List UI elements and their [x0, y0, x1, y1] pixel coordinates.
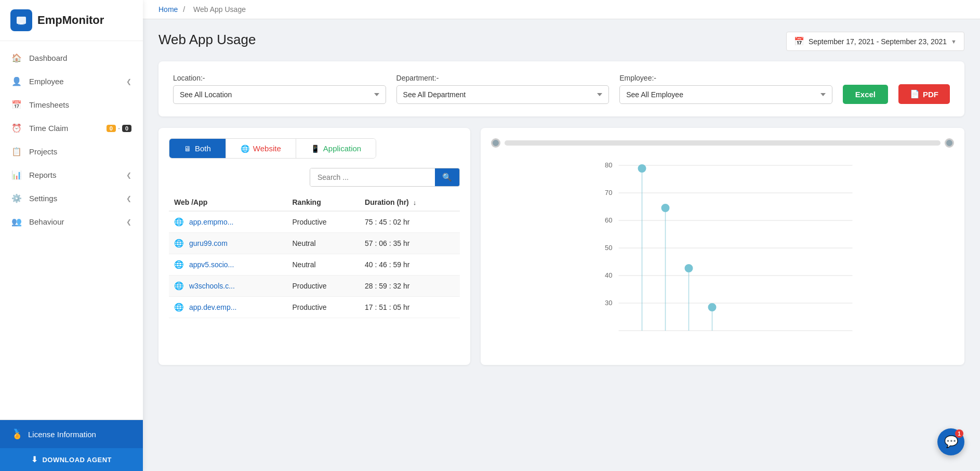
filter-row: Location:- See All Location Department:-…	[173, 74, 950, 104]
search-button[interactable]: 🔍	[435, 168, 459, 186]
pdf-button[interactable]: 📄 PDF	[898, 84, 950, 104]
slider-handle-left[interactable]	[491, 138, 500, 148]
sidebar: EmpMonitor 🏠 Dashboard 👤 Employee ❮ 📅 Ti…	[0, 0, 143, 471]
chevron-icon: ❮	[126, 218, 131, 226]
table-cell-ranking: Neutral	[287, 254, 360, 276]
tab-both-label: Both	[195, 144, 211, 153]
url-link[interactable]: app.empmo...	[189, 218, 234, 226]
projects-icon: 📋	[11, 147, 23, 156]
tab-both[interactable]: 🖥 Both	[169, 139, 226, 158]
sidebar-item-settings[interactable]: ⚙️ Settings ❮	[0, 187, 143, 210]
download-agent-button[interactable]: ⬇ DOWNLOAD AGENT	[0, 448, 143, 471]
table-row: 🌐 w3schools.c... Productive 28 : 59 : 32…	[169, 276, 460, 297]
sidebar-item-timesheets[interactable]: 📅 Timesheets	[0, 93, 143, 116]
employee-label: Employee:-	[619, 74, 832, 82]
tab-row: 🖥 Both 🌐 Website 📱 Application	[169, 138, 376, 159]
web-app-table: Web /App Ranking Duration (hr) ↓ 🌐 app.e…	[169, 194, 460, 318]
excel-button[interactable]: Excel	[843, 85, 888, 104]
timeclaim-icon: ⏰	[11, 123, 23, 133]
sidebar-item-timeclaim[interactable]: ⏰ Time Claim 0 - 0	[0, 116, 143, 140]
svg-rect-1	[17, 17, 26, 24]
download-label: DOWNLOAD AGENT	[42, 456, 112, 464]
timesheets-icon: 📅	[11, 100, 23, 110]
table-cell-url: 🌐 appv5.socio...	[169, 254, 287, 276]
col-web-app: Web /App	[169, 194, 287, 211]
tab-website-label: Website	[253, 144, 281, 153]
slider-track[interactable]	[505, 140, 941, 146]
slider-handle-right[interactable]	[945, 138, 954, 148]
table-body: 🌐 app.empmo... Productive 75 : 45 : 02 h…	[169, 211, 460, 318]
svg-text:70: 70	[605, 189, 612, 197]
tab-website[interactable]: 🌐 Website	[226, 139, 296, 158]
app-logo: EmpMonitor	[0, 0, 143, 41]
table-cell-duration: 75 : 45 : 02 hr	[360, 211, 460, 233]
search-row: 🔍	[169, 168, 460, 187]
filter-card: Location:- See All Location Department:-…	[158, 61, 964, 116]
location-select[interactable]: See All Location	[173, 85, 386, 104]
sidebar-item-label: Timesheets	[29, 100, 69, 109]
sidebar-item-projects[interactable]: 📋 Projects	[0, 140, 143, 163]
breadcrumb-home[interactable]: Home	[158, 5, 178, 14]
data-row: 🖥 Both 🌐 Website 📱 Application	[158, 128, 964, 365]
svg-point-20	[662, 204, 669, 212]
table-cell-ranking: Neutral	[287, 233, 360, 254]
search-icon: 🔍	[442, 173, 452, 181]
svg-point-18	[639, 165, 646, 172]
table-row: 🌐 app.dev.emp... Productive 17 : 51 : 05…	[169, 297, 460, 318]
date-range-picker[interactable]: 📅 September 17, 2021 - September 23, 202…	[786, 32, 964, 51]
download-icon: ⬇	[31, 455, 38, 464]
sidebar-item-employee[interactable]: 👤 Employee ❮	[0, 70, 143, 93]
sidebar-navigation: 🏠 Dashboard 👤 Employee ❮ 📅 Timesheets ⏰ …	[0, 41, 143, 420]
chevron-icon: ❮	[126, 172, 131, 179]
sidebar-item-reports[interactable]: 📊 Reports ❮	[0, 163, 143, 187]
url-link[interactable]: app.dev.emp...	[189, 303, 237, 311]
chat-badge: 1	[955, 429, 963, 438]
sidebar-item-label: Reports	[29, 171, 57, 179]
logo-icon	[10, 9, 32, 31]
date-range-display: September 17, 2021 - September 23, 2021	[809, 37, 947, 46]
url-link[interactable]: w3schools.c...	[189, 282, 235, 290]
pdf-icon: 📄	[910, 89, 920, 99]
badge-zero-dark: 0	[122, 125, 131, 132]
table-cell-duration: 28 : 59 : 32 hr	[360, 276, 460, 297]
tab-application[interactable]: 📱 Application	[296, 139, 376, 158]
employee-icon: 👤	[11, 76, 23, 86]
url-link[interactable]: guru99.com	[189, 239, 228, 247]
search-input[interactable]	[310, 168, 435, 186]
table-cell-duration: 40 : 46 : 59 hr	[360, 254, 460, 276]
globe-icon: 🌐	[241, 145, 249, 153]
sidebar-item-behaviour[interactable]: 👥 Behaviour ❮	[0, 210, 143, 233]
table-cell-ranking: Productive	[287, 276, 360, 297]
sidebar-item-label: Projects	[29, 147, 57, 156]
url-link[interactable]: appv5.socio...	[189, 260, 234, 269]
department-select[interactable]: See All Department	[396, 85, 610, 104]
badge-zero-orange: 0	[107, 125, 116, 132]
logo-text: EmpMonitor	[37, 14, 104, 27]
svg-text:80: 80	[605, 161, 612, 169]
chat-fab-button[interactable]: 💬 1	[937, 428, 964, 455]
sort-arrow-icon: ↓	[413, 199, 417, 206]
excel-label: Excel	[855, 90, 876, 99]
svg-text:60: 60	[605, 216, 612, 224]
search-wrap: 🔍	[310, 168, 460, 187]
license-information-button[interactable]: 🏅 License Information	[0, 420, 143, 448]
svg-text:40: 40	[605, 271, 612, 279]
department-filter-group: Department:- See All Department	[396, 74, 610, 104]
web-icon: 🌐	[174, 217, 184, 226]
calendar-icon: 📅	[794, 36, 804, 46]
department-label: Department:-	[396, 74, 610, 82]
table-cell-url: 🌐 w3schools.c...	[169, 276, 287, 297]
svg-point-22	[685, 265, 693, 272]
top-header: Home / Web App Usage	[143, 0, 980, 19]
col-duration[interactable]: Duration (hr) ↓	[360, 194, 460, 211]
sidebar-item-label: Behaviour	[29, 217, 64, 226]
employee-select[interactable]: See All Employee	[619, 85, 832, 104]
chart-card: 80 70 60 50 40 30	[481, 128, 964, 365]
svg-rect-3	[18, 24, 24, 25]
settings-icon: ⚙️	[11, 193, 23, 203]
table-cell-ranking: Productive	[287, 211, 360, 233]
sidebar-item-label: Settings	[29, 194, 57, 203]
main-content: Home / Web App Usage Web App Usage 📅 Sep…	[143, 0, 980, 471]
web-icon: 🌐	[174, 303, 184, 311]
sidebar-item-dashboard[interactable]: 🏠 Dashboard	[0, 46, 143, 70]
